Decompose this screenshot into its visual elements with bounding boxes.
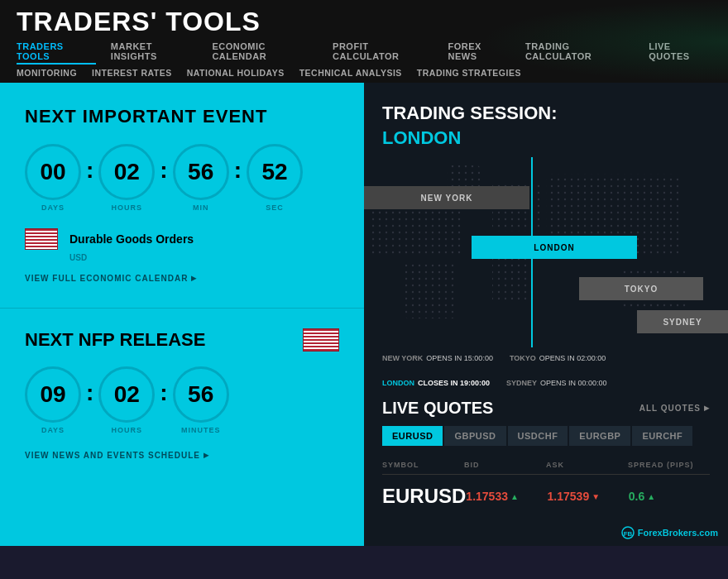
quote-spread: 0.6 ▲ (629, 490, 710, 503)
nav-profit-calculator[interactable]: PROFIT CALCULATOR (333, 41, 433, 65)
live-quotes-section: LIVE QUOTES ALL QUOTES EURUSD GBPUSD USD… (382, 399, 710, 514)
next-event-title: NEXT IMPORTANT EVENT (25, 106, 339, 127)
svg-rect-2 (405, 261, 455, 318)
event-info: Durable Goods Orders (25, 228, 339, 250)
page-header: TRADERS' TOOLS TRADERS TOOLS MARKET INSI… (0, 0, 728, 83)
time-line (531, 157, 533, 347)
countdown-days-label: DAYS (41, 203, 65, 212)
session-times: NEW YORK OPENS IN 15:00:00 TOKYO OPENS I… (382, 347, 710, 394)
nfp-hours-unit: 02 HOURS (98, 366, 155, 434)
quote-bid: 1.17533 ▲ (466, 490, 547, 503)
quote-ask: 1.17539 ▼ (548, 490, 629, 503)
trading-session-title: TRADING SESSION: (382, 103, 710, 124)
countdown-days-value: 00 (25, 144, 81, 200)
nfp-days-label: DAYS (41, 426, 65, 434)
col-bid: BID (464, 461, 546, 469)
nav-national-holidays[interactable]: NATIONAL HOLIDAYS (187, 68, 285, 78)
new-york-label: NEW YORK (421, 194, 473, 203)
all-quotes-link[interactable]: ALL QUOTES (639, 404, 710, 413)
nfp-hours-label: HOURS (112, 426, 143, 434)
nfp-hours-value: 02 (98, 366, 155, 423)
live-quotes-title: LIVE QUOTES (382, 399, 493, 418)
live-quotes-header: LIVE QUOTES ALL QUOTES (382, 399, 710, 418)
world-map: NEW YORK LONDON TOKYO SYDNEY (364, 157, 728, 347)
tokyo-time: TOKYO OPENS IN 02:00:00 (510, 354, 606, 362)
tokyo-time-status: OPENS IN 02:00:00 (539, 354, 606, 362)
colon-1: : (81, 157, 98, 184)
col-spread: SPREAD (PIPS) (628, 461, 710, 469)
bid-value: 1.17533 (466, 490, 508, 503)
nfp-minutes-unit: 56 MINUTES (173, 366, 229, 434)
nfp-colon-1: : (81, 380, 98, 406)
tab-usdchf[interactable]: USDCHF (508, 426, 568, 446)
right-panel: TRADING SESSION: LONDON (364, 83, 728, 546)
new-york-time: NEW YORK OPENS IN 15:00:00 (382, 354, 493, 362)
svg-text:FB: FB (623, 530, 632, 538)
divider (0, 308, 364, 309)
nav-trading-strategies[interactable]: TRADING STRATEGIES (417, 68, 521, 78)
quote-symbol: EURUSD (382, 485, 466, 508)
usd-flag (25, 228, 58, 250)
sydney-label: SYDNEY (663, 318, 702, 327)
quote-row-eurusd: EURUSD 1.17533 ▲ 1.17539 ▼ 0.6 ▲ (382, 478, 710, 514)
col-ask: ASK (546, 461, 628, 469)
countdown-sec-value: 52 (247, 144, 303, 200)
view-news-schedule-link[interactable]: VIEW NEWS AND EVENTS SCHEDULE (25, 451, 339, 460)
quotes-tabs: EURUSD GBPUSD USDCHF EURGBP EURCHF (382, 426, 710, 446)
countdown-hours-value: 02 (98, 144, 155, 200)
countdown-sec-label: SEC (266, 203, 284, 212)
tab-eurusd[interactable]: EURUSD (382, 426, 443, 446)
nfp-header: NEXT NFP RELEASE (25, 328, 339, 352)
main-content: NEXT IMPORTANT EVENT 00 DAYS : 02 HOURS … (0, 83, 728, 546)
nav-live-quotes[interactable]: LIVE QUOTES (649, 41, 711, 65)
ask-value: 1.17539 (548, 490, 590, 503)
sydney-time: SYDNEY OPENS IN 00:00:00 (506, 379, 607, 387)
view-economic-calendar-link[interactable]: VIEW FULL ECONOMIC CALENDAR (25, 274, 339, 283)
countdown-min-unit: 56 MIN (173, 144, 229, 212)
nfp-flag (303, 328, 339, 352)
london-time: LONDON CLOSES IN 19:00:00 (382, 379, 490, 387)
tab-gbpusd[interactable]: GBPUSD (444, 426, 505, 446)
countdown-sec-unit: 52 SEC (247, 144, 303, 212)
left-panel: NEXT IMPORTANT EVENT 00 DAYS : 02 HOURS … (0, 83, 364, 546)
spread-value: 0.6 (629, 490, 644, 503)
ask-arrow-icon: ▼ (592, 492, 600, 501)
countdown-hours-label: HOURS (112, 203, 143, 212)
sydney-session-bar: SYDNEY (637, 310, 728, 333)
nav-forex-news[interactable]: FOREX NEWS (448, 41, 510, 65)
nav-interest-rates[interactable]: INTEREST RATES (92, 68, 172, 78)
tab-eurgbp[interactable]: EURGBP (569, 426, 630, 446)
nav-economic-calendar[interactable]: ECONOMIC CALENDAR (212, 41, 318, 65)
nfp-days-unit: 09 DAYS (25, 366, 81, 434)
countdown-timer: 00 DAYS : 02 HOURS : 56 MIN : 52 SEC (25, 144, 339, 212)
primary-nav: TRADERS TOOLS MARKET INSIGHTS ECONOMIC C… (17, 41, 711, 65)
tab-eurchf[interactable]: EURCHF (632, 426, 692, 446)
tokyo-session-bar: TOKYO (579, 277, 703, 300)
tokyo-time-name: TOKYO (510, 354, 536, 362)
spread-arrow-icon: ▲ (647, 492, 655, 501)
london-time-name: LONDON (382, 379, 414, 387)
nav-monitoring[interactable]: MONITORING (17, 68, 77, 78)
bid-arrow-icon: ▲ (510, 492, 519, 501)
colon-3: : (229, 157, 247, 184)
nfp-title: NEXT NFP RELEASE (25, 329, 205, 351)
nav-market-insights[interactable]: MARKET INSIGHTS (111, 41, 198, 65)
countdown-hours-unit: 02 HOURS (98, 144, 155, 212)
tokyo-label: TOKYO (625, 285, 658, 294)
currency-label: USD (25, 253, 339, 262)
colon-2: : (155, 157, 172, 184)
nav-technical-analysis[interactable]: TECHNICAL ANALYSIS (299, 68, 402, 78)
countdown-days-unit: 00 DAYS (25, 144, 81, 212)
quote-table-header: SYMBOL BID ASK SPREAD (PIPS) (382, 456, 710, 475)
nfp-minutes-label: MINUTES (181, 426, 221, 434)
nav-trading-calculator[interactable]: TRADING CALCULATOR (525, 41, 634, 65)
forexbrokers-logo-icon: FB (621, 526, 635, 539)
event-name: Durable Goods Orders (69, 232, 194, 246)
countdown-min-value: 56 (173, 144, 229, 200)
nfp-countdown: 09 DAYS : 02 HOURS : 56 MINUTES (25, 366, 339, 434)
forex-brand: ForexBrokers.com (638, 528, 718, 538)
nav-traders-tools[interactable]: TRADERS TOOLS (17, 41, 96, 65)
page-title: TRADERS' TOOLS (17, 8, 711, 35)
london-time-status: CLOSES IN 19:00:00 (418, 379, 490, 387)
nfp-colon-2: : (155, 380, 172, 406)
